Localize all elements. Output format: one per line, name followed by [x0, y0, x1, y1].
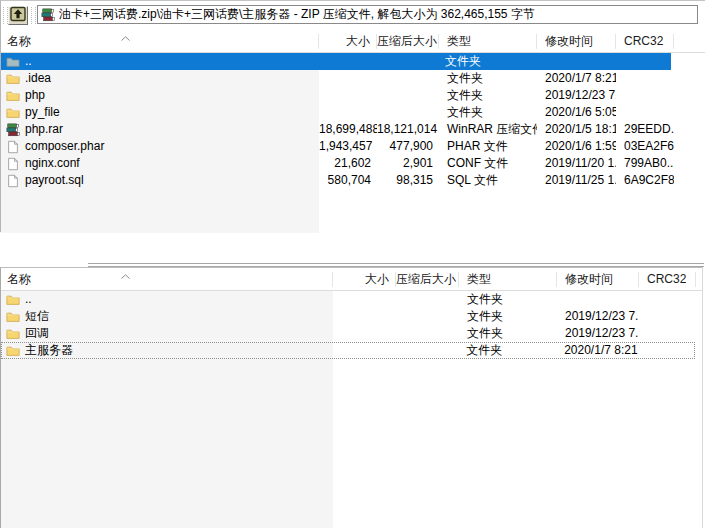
file-row[interactable]: ..文件夹 — [1, 291, 702, 308]
file-row[interactable]: nginx.conf21,6022,901CONF 文件2019/11/20 1… — [1, 155, 705, 172]
column-header-4[interactable]: 修改时间 — [537, 34, 616, 49]
file-row[interactable]: py_file文件夹2020/1/6 5:05 — [1, 104, 705, 121]
file-cell — [396, 325, 459, 342]
file-name-label: 短信 — [25, 308, 49, 325]
file-cell: 21,602 — [319, 155, 377, 172]
file-row[interactable]: composer.phar1,943,457477,900PHAR 文件2020… — [1, 138, 705, 155]
file-cell — [377, 70, 439, 87]
file-name-label: 回调 — [25, 325, 49, 342]
archive-window-top: 油卡+三网话费.zip\油卡+三网话费\主服务器 - ZIP 压缩文件, 解包大… — [0, 0, 705, 232]
file-cell — [639, 325, 696, 342]
column-header-2[interactable]: 压缩后大小 — [377, 34, 439, 49]
file-cell: 2019/11/20 1... — [537, 155, 616, 172]
file-cell — [377, 87, 439, 104]
column-header-0[interactable]: 名称 — [1, 272, 333, 287]
column-header-3[interactable]: 类型 — [459, 272, 557, 287]
file-cell: 文件夹 — [459, 325, 557, 342]
file-icon — [6, 140, 20, 154]
address-text: 油卡+三网话费.zip\油卡+三网话费\主服务器 - ZIP 压缩文件, 解包大… — [59, 6, 535, 23]
file-cell — [535, 53, 614, 70]
file-row[interactable]: php文件夹2019/12/23 7... — [1, 87, 705, 104]
file-cell: 1,943,457 — [319, 138, 377, 155]
file-name-label: .idea — [25, 70, 51, 87]
file-cell: 2019/12/23 7... — [537, 87, 616, 104]
sort-ascending-icon — [121, 268, 130, 273]
archive-window-bottom: 名称大小压缩后大小类型修改时间CRC32 ..文件夹短信文件夹2019/12/2… — [0, 267, 703, 528]
column-header-1[interactable]: 大小 — [319, 34, 377, 49]
column-header-0[interactable]: 名称 — [1, 34, 319, 49]
column-header-row: 名称大小压缩后大小类型修改时间CRC32 — [1, 30, 705, 53]
file-row[interactable]: php.rar18,699,48818,121,014WinRAR 压缩文件20… — [1, 121, 705, 138]
file-cell: 文件夹 — [437, 53, 535, 70]
file-row[interactable]: ..文件夹 — [1, 53, 671, 70]
toolbar-gripper[interactable] — [31, 7, 36, 24]
file-cell: 2019/12/23 7... — [557, 308, 639, 325]
file-name-cell: .. — [1, 53, 318, 70]
file-cell: 18,699,488 — [319, 121, 377, 138]
file-name-cell: 主服务器 — [1, 342, 333, 359]
file-cell: 6A9C2F85 — [616, 172, 674, 189]
file-name-cell: payroot.sql — [1, 172, 319, 189]
file-cell — [395, 342, 458, 359]
file-cell: CONF 文件 — [439, 155, 537, 172]
address-bar[interactable]: 油卡+三网话费.zip\油卡+三网话费\主服务器 - ZIP 压缩文件, 解包大… — [37, 5, 698, 24]
column-header-row: 名称大小压缩后大小类型修改时间CRC32 — [1, 268, 702, 291]
file-cell — [613, 53, 671, 70]
file-cell: 文件夹 — [439, 70, 537, 87]
folder-icon — [6, 106, 20, 120]
folder-icon — [6, 72, 20, 86]
file-cell — [616, 104, 674, 121]
file-cell: 文件夹 — [439, 104, 537, 121]
file-cell: 580,704 — [319, 172, 377, 189]
file-cell: 2020/1/7 8:21 — [556, 342, 638, 359]
toolbar: 油卡+三网话费.zip\油卡+三网话费\主服务器 - ZIP 压缩文件, 解包大… — [1, 1, 705, 30]
file-name-label: composer.phar — [25, 138, 104, 155]
column-header-5[interactable]: CRC32 — [639, 272, 696, 287]
file-cell: 2019/12/23 7... — [557, 325, 639, 342]
column-header-1[interactable]: 大小 — [333, 272, 396, 287]
folder-icon — [6, 327, 20, 341]
file-row[interactable]: 回调文件夹2019/12/23 7... — [1, 325, 702, 342]
file-cell — [638, 342, 695, 359]
folder-icon — [6, 344, 20, 358]
up-directory-button[interactable] — [8, 6, 28, 25]
file-name-label: 主服务器 — [25, 342, 73, 359]
file-cell — [318, 53, 376, 70]
file-cell — [396, 291, 459, 308]
file-name-cell: php — [1, 87, 319, 104]
file-row[interactable]: .idea文件夹2020/1/7 8:21 — [1, 70, 705, 87]
folder-icon — [6, 310, 20, 324]
file-cell: 文件夹 — [458, 342, 556, 359]
rar-icon — [6, 123, 20, 137]
file-cell: 2,901 — [377, 155, 439, 172]
file-cell: 2020/1/7 8:21 — [537, 70, 616, 87]
column-header-4[interactable]: 修改时间 — [557, 272, 639, 287]
file-cell: 03EA2F6B — [616, 138, 674, 155]
file-name-cell: nginx.conf — [1, 155, 319, 172]
folder-icon — [6, 293, 20, 307]
file-cell: 2019/11/25 1... — [537, 172, 616, 189]
column-header-5[interactable]: CRC32 — [616, 34, 674, 49]
file-cell: 2020/1/6 1:59 — [537, 138, 616, 155]
file-list: ..文件夹短信文件夹2019/12/23 7...回调文件夹2019/12/23… — [1, 291, 702, 528]
file-row[interactable]: payroot.sql580,70498,315SQL 文件2019/11/25… — [1, 172, 705, 189]
column-header-3[interactable]: 类型 — [439, 34, 537, 49]
column-header-2[interactable]: 压缩后大小 — [396, 272, 459, 287]
folder-icon — [6, 89, 20, 103]
file-row[interactable]: 短信文件夹2019/12/23 7... — [1, 308, 702, 325]
file-cell — [319, 70, 377, 87]
file-cell: 799AB0... — [616, 155, 674, 172]
file-name-label: php.rar — [25, 121, 63, 138]
file-icon — [6, 174, 20, 188]
folder-up-icon — [10, 6, 26, 25]
file-name-cell: 回调 — [1, 325, 333, 342]
file-cell: WinRAR 压缩文件 — [439, 121, 537, 138]
file-cell: 477,900 — [377, 138, 439, 155]
file-name-cell: py_file — [1, 104, 319, 121]
file-list: ..文件夹.idea文件夹2020/1/7 8:21php文件夹2019/12/… — [1, 53, 705, 233]
file-cell — [396, 308, 459, 325]
file-cell: PHAR 文件 — [439, 138, 537, 155]
file-cell — [557, 291, 639, 308]
file-cell — [333, 342, 396, 359]
file-row[interactable]: 主服务器文件夹2020/1/7 8:21 — [1, 342, 695, 359]
